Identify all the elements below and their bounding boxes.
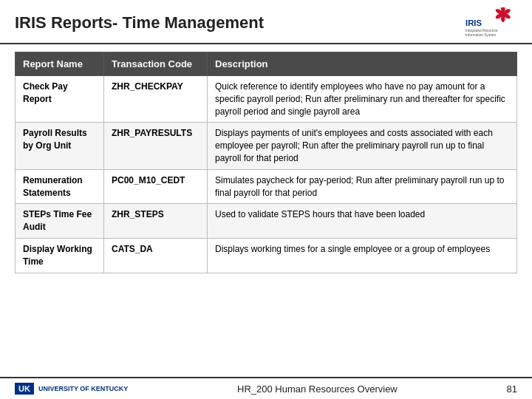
header: IRIS Reports- Time Management IRIS Integ…	[0, 0, 532, 44]
table-container: Report Name Transaction Code Description…	[0, 44, 532, 377]
svg-text:Information System: Information System	[466, 33, 496, 37]
col-header-report-name: Report Name	[16, 52, 104, 76]
table-row: Payroll Results by Org UnitZHR_PAYRESULT…	[16, 123, 517, 169]
cell-report-name: Display Working Time	[16, 238, 104, 273]
iris-logo: IRIS Integrated Resource Information Sys…	[466, 7, 517, 38]
svg-text:Integrated Resource: Integrated Resource	[466, 29, 498, 33]
cell-report-name: STEPs Time Fee Audit	[16, 204, 104, 239]
uk-box: UK	[15, 383, 34, 395]
page-wrapper: IRIS Reports- Time Management IRIS Integ…	[0, 0, 532, 399]
cell-description: Quick reference to identify employees wh…	[208, 76, 517, 123]
university-label: UNIVERSITY OF KENTUCKY	[38, 385, 128, 392]
reports-table: Report Name Transaction Code Description…	[15, 52, 517, 273]
footer-page-number: 81	[507, 383, 517, 395]
col-header-description: Description	[208, 52, 517, 76]
table-row: Remuneration StatementsPC00_M10_CEDTSimu…	[16, 169, 517, 204]
cell-description: Displays payments of unit's employees an…	[208, 123, 517, 169]
footer-logo: UK UNIVERSITY OF KENTUCKY	[15, 383, 128, 395]
cell-transaction-code: ZHR_PAYRESULTS	[104, 123, 208, 169]
cell-description: Simulates paycheck for pay-period; Run a…	[208, 169, 517, 204]
cell-transaction-code: PC00_M10_CEDT	[104, 169, 208, 204]
cell-transaction-code: CATS_DA	[104, 238, 208, 273]
cell-transaction-code: ZHR_STEPS	[104, 204, 208, 239]
cell-description: Displays working times for a single empl…	[208, 238, 517, 273]
iris-logo-container: IRIS Integrated Resource Information Sys…	[466, 7, 517, 38]
footer-center-text: HR_200 Human Resources Overview	[237, 383, 398, 395]
page-title: IRIS Reports- Time Management	[15, 13, 264, 33]
table-header-row: Report Name Transaction Code Description	[16, 52, 517, 76]
cell-report-name: Payroll Results by Org Unit	[16, 123, 104, 169]
table-row: Check Pay ReportZHR_CHECKPAYQuick refere…	[16, 76, 517, 123]
cell-transaction-code: ZHR_CHECKPAY	[104, 76, 208, 123]
svg-text:IRIS: IRIS	[466, 18, 482, 27]
cell-report-name: Remuneration Statements	[16, 169, 104, 204]
table-row: Display Working TimeCATS_DADisplays work…	[16, 238, 517, 273]
table-row: STEPs Time Fee AuditZHR_STEPSUsed to val…	[16, 204, 517, 239]
svg-point-7	[501, 12, 505, 16]
cell-report-name: Check Pay Report	[16, 76, 104, 123]
col-header-transaction-code: Transaction Code	[104, 52, 208, 76]
footer: UK UNIVERSITY OF KENTUCKY HR_200 Human R…	[0, 377, 532, 399]
cell-description: Used to validate STEPS hours that have b…	[208, 204, 517, 239]
